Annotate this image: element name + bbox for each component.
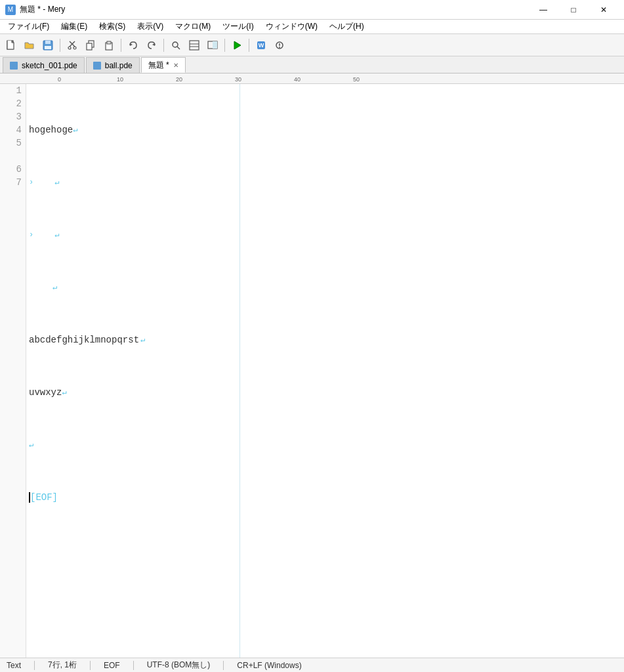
- title-bar-controls: — □ ✕: [528, 0, 619, 20]
- toolbar-paste[interactable]: [100, 37, 117, 54]
- menu-edit[interactable]: 編集(E): [56, 20, 93, 33]
- toolbar-sep-5: [249, 39, 249, 52]
- code-line-4[interactable]: ↵: [26, 281, 624, 294]
- minimize-button[interactable]: —: [528, 0, 558, 20]
- code-line-5b[interactable]: uvwxyz↵: [26, 386, 624, 399]
- newline-2: ↵: [54, 176, 59, 189]
- status-div-3: [133, 661, 134, 670]
- code-line-2[interactable]: ›↵: [26, 176, 624, 189]
- svg-marker-23: [234, 41, 241, 49]
- menu-tools[interactable]: ツール(I): [217, 20, 259, 33]
- code-text-5b: uvwxyz: [29, 386, 62, 399]
- toolbar-redo[interactable]: [143, 37, 160, 54]
- tab-sketch-label: sketch_001.pde: [22, 61, 77, 70]
- toolbar-find3[interactable]: [204, 37, 221, 54]
- tab-sketch[interactable]: sketch_001.pde: [3, 57, 85, 73]
- toolbar-save[interactable]: [39, 37, 56, 54]
- tab-untitled-label: 無題 *: [148, 60, 169, 71]
- menu-help[interactable]: ヘルプ(H): [324, 20, 369, 33]
- code-text-5: abcdefghijklmnopqrst: [29, 333, 139, 346]
- editor-content[interactable]: hogehoge↵ ›↵ ›↵ ↵ abcdefghijklmnopqrst↵: [26, 84, 624, 658]
- code-text-1: hogehoge: [29, 123, 73, 136]
- svg-rect-4: [45, 41, 51, 44]
- ruler-mark-0: 0: [58, 76, 61, 83]
- ruler-content: 0 10 20 30 40 50: [0, 74, 624, 83]
- svg-marker-14: [130, 43, 133, 46]
- ruler-mark-20: 20: [176, 76, 182, 83]
- svg-rect-22: [213, 41, 217, 49]
- tab-ball[interactable]: ball.pde: [86, 57, 140, 73]
- menu-view[interactable]: 表示(V): [132, 20, 169, 33]
- tab-ball-label: ball.pde: [105, 61, 133, 70]
- status-mode: Text: [7, 661, 21, 670]
- status-eof: EOF: [104, 661, 120, 670]
- newline-6: ↵: [29, 438, 33, 452]
- close-button[interactable]: ✕: [589, 0, 619, 20]
- menu-bar: ファイル(F) 編集(E) 検索(S) 表示(V) マクロ(M) ツール(I) …: [0, 20, 624, 34]
- toolbar-sep-4: [224, 39, 225, 52]
- line-num-5b: [0, 150, 26, 163]
- editor-body[interactable]: 1 2 3 4 5 6 7 hogehoge↵ ›↵: [0, 84, 624, 658]
- toolbar-run[interactable]: [228, 37, 245, 54]
- line-num-4: 4: [0, 123, 26, 136]
- svg-text:W: W: [259, 42, 264, 49]
- toolbar-sep-1: [60, 39, 60, 52]
- line-num-6: 6: [0, 163, 26, 176]
- tabs-bar: sketch_001.pde ball.pde 無題 * ✕: [0, 56, 624, 74]
- code-line-5[interactable]: abcdefghijklmnopqrst↵: [26, 333, 624, 346]
- menu-search[interactable]: 検索(S): [94, 20, 131, 33]
- eof-marker: [EOF]: [30, 491, 58, 504]
- toolbar-new[interactable]: [3, 37, 20, 54]
- newline-1: ↵: [73, 123, 77, 136]
- toolbar-sep-3: [163, 39, 164, 52]
- status-line-ending: CR+LF (Windows): [237, 661, 301, 670]
- title-bar: M 無題 * - Mery — □ ✕: [0, 0, 624, 20]
- svg-rect-5: [45, 46, 51, 49]
- ruler: 0 10 20 30 40 50: [0, 74, 624, 84]
- menu-macro[interactable]: マクロ(M): [170, 20, 216, 33]
- toolbar-find[interactable]: [167, 37, 184, 54]
- status-div-1: [34, 661, 35, 670]
- newline-4: ↵: [52, 281, 57, 294]
- newline-5b: ↵: [62, 386, 66, 399]
- svg-rect-11: [87, 43, 92, 50]
- line-num-7: 7: [0, 176, 26, 189]
- toolbar-undo[interactable]: [125, 37, 142, 54]
- svg-rect-13: [107, 41, 111, 44]
- toolbar-cut[interactable]: [64, 37, 81, 54]
- code-line-6[interactable]: ↵: [26, 438, 624, 452]
- toolbar: W: [0, 34, 624, 56]
- tab-char-3: ›: [29, 228, 33, 242]
- window-title: 無題 * - Mery: [20, 4, 65, 15]
- toolbar-extra1[interactable]: W: [253, 37, 270, 54]
- app-icon: M: [5, 5, 16, 15]
- status-encoding: UTF-8 (BOM無し): [147, 660, 211, 671]
- editor-container: 0 10 20 30 40 50 1 2 3 4 5 6 7: [0, 74, 624, 658]
- toolbar-find2[interactable]: [186, 37, 203, 54]
- tab-untitled[interactable]: 無題 * ✕: [141, 57, 186, 73]
- toolbar-copy[interactable]: [82, 37, 99, 54]
- code-line-1[interactable]: hogehoge↵: [26, 123, 624, 136]
- toolbar-extra2[interactable]: [271, 37, 288, 54]
- title-bar-left: M 無題 * - Mery: [5, 4, 65, 15]
- menu-file[interactable]: ファイル(F): [3, 20, 54, 33]
- svg-point-8: [68, 47, 71, 49]
- maximize-button[interactable]: □: [558, 0, 589, 20]
- svg-point-28: [279, 47, 280, 48]
- code-area[interactable]: hogehoge↵ ›↵ ›↵ ↵ abcdefghijklmnopqrst↵: [26, 84, 624, 530]
- line-num-2: 2: [0, 97, 26, 110]
- line-num-1: 1: [0, 84, 26, 97]
- line-num-5: 5: [0, 136, 26, 150]
- menu-window[interactable]: ウィンドウ(W): [260, 20, 323, 33]
- toolbar-open[interactable]: [21, 37, 38, 54]
- status-bar: Text 7行, 1桁 EOF UTF-8 (BOM無し) CR+LF (Win…: [0, 658, 624, 672]
- code-line-7[interactable]: [EOF]: [26, 491, 624, 504]
- status-position: 7行, 1桁: [48, 660, 77, 671]
- svg-point-16: [173, 42, 178, 47]
- line-num-3: 3: [0, 110, 26, 123]
- ruler-mark-30: 30: [235, 76, 241, 83]
- svg-rect-18: [190, 41, 199, 50]
- code-line-3[interactable]: ›↵: [26, 228, 624, 242]
- ruler-mark-50: 50: [353, 76, 360, 83]
- tab-untitled-close[interactable]: ✕: [173, 62, 178, 69]
